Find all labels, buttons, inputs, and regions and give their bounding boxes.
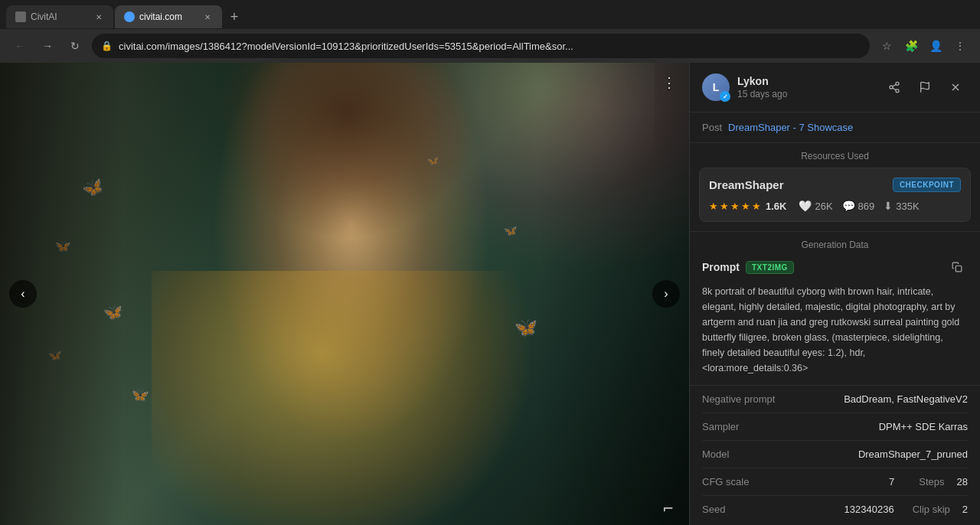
browser-tab[interactable]: CivitAI ✕ bbox=[6, 5, 113, 28]
cfg-steps-row: CFG scale 7 Steps 28 bbox=[702, 468, 968, 496]
sampler-value: DPM++ SDE Karras bbox=[879, 421, 968, 432]
cfg-scale-label: CFG scale bbox=[702, 476, 889, 488]
negative-prompt-row: Negative prompt BadDream, FastNegativeV2 bbox=[702, 386, 968, 413]
resource-actions: 🤍 26K 💬 869 ⬇ 335K bbox=[799, 200, 919, 212]
comments-action[interactable]: 💬 869 bbox=[842, 200, 875, 212]
share-button[interactable] bbox=[882, 75, 906, 99]
image-panel: 🦋 🦋 🦋 🦋 🦋 🦋 🦋 🦋 ⋮ ‹ › ⌐ bbox=[0, 63, 689, 525]
next-image-button[interactable]: › bbox=[652, 280, 680, 308]
svg-point-1 bbox=[890, 86, 893, 89]
downloads-count: 335K bbox=[896, 201, 919, 212]
corner-mark: ⌐ bbox=[663, 499, 678, 514]
url-text: civitai.com/images/1386412?modelVersionI… bbox=[119, 41, 861, 52]
close-button[interactable] bbox=[943, 75, 968, 99]
tab-close-btn[interactable]: ✕ bbox=[93, 11, 104, 22]
lock-icon: 🔒 bbox=[101, 41, 113, 51]
svg-rect-8 bbox=[956, 266, 962, 272]
prompt-text: 8k portrait of beautiful cyborg with bro… bbox=[702, 284, 968, 376]
svg-point-0 bbox=[896, 82, 899, 85]
seed-clipskip-row: Seed 132340236 Clip skip 2 bbox=[702, 496, 968, 523]
back-button[interactable]: ← bbox=[9, 35, 31, 57]
clip-skip-value: 2 bbox=[962, 504, 968, 515]
post-label: Post bbox=[702, 122, 722, 133]
resource-name[interactable]: DreamShaper bbox=[709, 178, 784, 191]
user-info: Lykon 15 days ago bbox=[737, 75, 874, 99]
negative-prompt-label: Negative prompt bbox=[702, 393, 775, 405]
avatar-initial: L bbox=[713, 81, 720, 93]
star-2: ★ bbox=[720, 201, 729, 212]
timestamp: 15 days ago bbox=[737, 89, 874, 99]
heart-icon: 🤍 bbox=[799, 200, 812, 212]
star-rating: ★ ★ ★ ★ ★ 1.6K bbox=[709, 201, 786, 212]
active-tab-favicon bbox=[124, 11, 135, 22]
likes-action[interactable]: 🤍 26K bbox=[799, 200, 832, 212]
extensions-button[interactable]: 🧩 bbox=[900, 35, 922, 57]
download-icon: ⬇ bbox=[884, 200, 893, 212]
star-5: ★ bbox=[752, 201, 761, 212]
active-tab[interactable]: civitai.com ✕ bbox=[115, 5, 222, 28]
verified-badge: ✓ bbox=[720, 91, 730, 102]
menu-button[interactable]: ⋮ bbox=[949, 35, 971, 57]
prompt-section: Prompt TXT2IMG 8k portrait of beautiful … bbox=[690, 256, 980, 385]
tab-title: CivitAI bbox=[31, 11, 89, 22]
model-row: Model DreamShaper_7_pruned bbox=[702, 441, 968, 468]
right-panel: L ✓ Lykon 15 days ago bbox=[689, 63, 980, 525]
address-bar: ← → ↻ 🔒 civitai.com/images/1386412?model… bbox=[0, 29, 980, 63]
address-bar-input[interactable]: 🔒 civitai.com/images/1386412?modelVersio… bbox=[92, 34, 870, 58]
svg-line-4 bbox=[893, 84, 897, 86]
downloads-action[interactable]: ⬇ 335K bbox=[884, 200, 919, 212]
txt2img-badge: TXT2IMG bbox=[746, 261, 794, 274]
profile-button[interactable]: 👤 bbox=[925, 35, 946, 57]
forward-button[interactable]: → bbox=[37, 35, 58, 57]
main-content: 🦋 🦋 🦋 🦋 🦋 🦋 🦋 🦋 ⋮ ‹ › ⌐ L ✓ bbox=[0, 63, 980, 525]
seed-label: Seed bbox=[702, 504, 844, 515]
prompt-label: Prompt TXT2IMG bbox=[702, 261, 794, 274]
comments-count: 869 bbox=[858, 201, 875, 212]
active-tab-close-btn[interactable]: ✕ bbox=[202, 11, 213, 22]
post-section: Post DreamShaper - 7 Showcase bbox=[690, 112, 980, 143]
seed-value: 132340236 bbox=[844, 504, 894, 515]
comment-icon: 💬 bbox=[842, 200, 855, 212]
sampler-label: Sampler bbox=[702, 421, 739, 432]
panel-header: L ✓ Lykon 15 days ago bbox=[690, 63, 980, 112]
rating-count: 1.6K bbox=[766, 201, 786, 212]
resource-stats: ★ ★ ★ ★ ★ 1.6K 🤍 26K 💬 869 bbox=[709, 200, 961, 212]
svg-point-2 bbox=[896, 90, 899, 93]
resource-header: DreamShaper CHECKPOINT bbox=[709, 178, 961, 192]
more-options-button[interactable]: ⋮ bbox=[658, 72, 680, 93]
checkpoint-badge: CHECKPOINT bbox=[893, 178, 961, 192]
browser-chrome: CivitAI ✕ civitai.com ✕ + ← → ↻ 🔒 civita… bbox=[0, 0, 980, 63]
tab-bar: CivitAI ✕ civitai.com ✕ + bbox=[0, 0, 980, 29]
prev-image-button[interactable]: ‹ bbox=[9, 280, 37, 308]
copy-prompt-button[interactable] bbox=[946, 256, 968, 278]
likes-count: 26K bbox=[815, 201, 832, 212]
star-4: ★ bbox=[741, 201, 750, 212]
new-tab-button[interactable]: + bbox=[224, 6, 245, 28]
generation-data-title: Generation Data bbox=[690, 231, 980, 256]
tab-favicon bbox=[15, 11, 26, 22]
resource-card: DreamShaper CHECKPOINT ★ ★ ★ ★ ★ 1.6K 🤍 … bbox=[699, 168, 971, 222]
negative-prompt-value: BadDream, FastNegativeV2 bbox=[844, 393, 968, 405]
username[interactable]: Lykon bbox=[737, 75, 874, 87]
model-label: Model bbox=[702, 448, 729, 460]
svg-line-3 bbox=[893, 88, 897, 90]
cfg-scale-value: 7 bbox=[889, 476, 894, 488]
model-value: DreamShaper_7_pruned bbox=[858, 448, 968, 460]
prompt-header: Prompt TXT2IMG bbox=[702, 256, 968, 278]
bookmark-button[interactable]: ☆ bbox=[876, 35, 897, 57]
edge-vignette bbox=[0, 63, 689, 525]
clip-skip-label: Clip skip bbox=[913, 504, 950, 515]
prompt-label-text: Prompt bbox=[702, 261, 740, 273]
star-1: ★ bbox=[709, 201, 718, 212]
avatar: L ✓ bbox=[702, 73, 730, 101]
steps-label: Steps bbox=[919, 476, 944, 488]
resources-title: Resources Used bbox=[690, 143, 980, 168]
header-actions bbox=[882, 75, 968, 99]
star-3: ★ bbox=[730, 201, 740, 212]
flag-button[interactable] bbox=[913, 75, 937, 99]
post-link[interactable]: DreamShaper - 7 Showcase bbox=[728, 122, 853, 133]
reload-button[interactable]: ↻ bbox=[64, 35, 86, 57]
steps-value: 28 bbox=[957, 476, 968, 488]
info-section: Negative prompt BadDream, FastNegativeV2… bbox=[690, 385, 980, 523]
active-tab-title: civitai.com bbox=[139, 11, 198, 22]
